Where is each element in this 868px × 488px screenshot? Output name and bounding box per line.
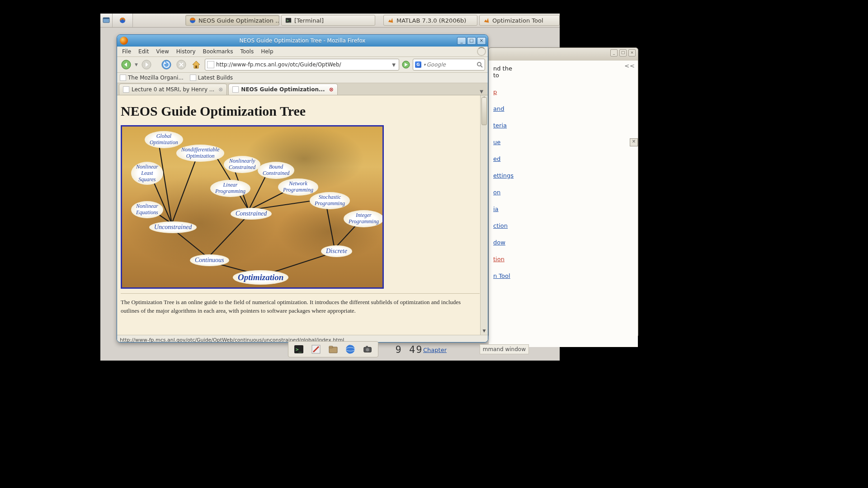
svg-rect-39 <box>366 346 368 348</box>
tree-node-global[interactable]: GlobalOptimization <box>145 131 183 148</box>
tab-close-icon[interactable]: ⊗ <box>218 86 223 93</box>
bgwin-link[interactable]: dow <box>493 239 633 246</box>
bgwin-link[interactable]: p <box>493 89 633 95</box>
svg-line-29 <box>172 151 199 224</box>
taskbar-entry-opttool[interactable]: Optimization Tool <box>479 15 560 26</box>
vertical-scrollbar[interactable]: ▲ ▼ <box>480 95 488 335</box>
page-icon <box>123 86 129 93</box>
menu-edit[interactable]: Edit <box>135 47 152 56</box>
svg-point-38 <box>366 348 369 351</box>
tab-lecture[interactable]: Lecture 0 at MSRI, by Henry ... ⊗ <box>119 84 227 95</box>
tree-node-linear[interactable]: LinearProgramming <box>210 180 250 197</box>
tab-close-icon[interactable]: ⊗ <box>329 86 334 93</box>
forward-button[interactable] <box>140 58 153 71</box>
tree-node-nle[interactable]: NonlinearEquations <box>131 201 163 218</box>
firefox-launcher[interactable] <box>113 14 133 27</box>
engine-dropdown-icon[interactable]: ▾ <box>423 62 427 67</box>
tree-node-continuous[interactable]: Continuous <box>190 254 229 266</box>
tray-editor-icon[interactable] <box>310 343 322 355</box>
collapse-icon[interactable]: << <box>624 62 635 69</box>
menu-history[interactable]: History <box>173 47 199 56</box>
svg-rect-11 <box>195 66 197 68</box>
menu-bookmarks[interactable]: Bookmarks <box>200 47 236 56</box>
close-button[interactable]: × <box>477 37 486 45</box>
bgwin-link[interactable]: n Tool <box>493 272 633 279</box>
panel-close-icon[interactable]: × <box>630 138 638 146</box>
bookmark-item[interactable]: The Mozilla Organi... <box>120 75 184 81</box>
tray-files-icon[interactable] <box>327 343 339 355</box>
maximize-button[interactable]: □ <box>619 49 627 56</box>
taskbar-entry-label: MATLAB 7.3.0 (R2006b) <box>396 17 466 24</box>
search-input[interactable]: G▾ Google <box>413 59 485 70</box>
tray-browser-icon[interactable] <box>344 343 356 355</box>
page-icon <box>120 75 126 81</box>
bgwin-link[interactable]: ettings <box>493 172 633 179</box>
tray-camera-icon[interactable] <box>362 343 373 355</box>
tree-node-integer[interactable]: IntegerProgramming <box>344 210 384 227</box>
showdesktop-button[interactable] <box>100 14 113 27</box>
taskbar-entry-label: Optimization Tool <box>492 17 543 24</box>
maximize-button[interactable]: □ <box>467 37 476 45</box>
close-button[interactable]: × <box>628 49 636 56</box>
optimization-tree-image[interactable]: Optimization Continuous Discrete Unconst… <box>121 125 384 289</box>
back-dropdown-icon[interactable]: ▼ <box>135 62 138 67</box>
bookmark-item[interactable]: Latest Builds <box>190 75 233 81</box>
tree-node-network[interactable]: NetworkProgramming <box>278 178 318 196</box>
scroll-down-icon[interactable]: ▼ <box>481 328 488 335</box>
bgwin-link[interactable]: on <box>493 189 633 196</box>
tree-node-constrained[interactable]: Constrained <box>231 208 272 220</box>
go-button[interactable] <box>401 60 410 69</box>
url-dropdown-icon[interactable]: ▼ <box>391 62 397 67</box>
taskbar-entry-firefox[interactable]: NEOS Guide Optimization ... <box>185 15 279 26</box>
bookmark-label: Latest Builds <box>198 75 233 81</box>
scroll-thumb[interactable] <box>481 97 487 125</box>
back-button[interactable] <box>120 58 132 71</box>
taskbar-entry-label: NEOS Guide Optimization ... <box>198 17 279 24</box>
search-placeholder: Google <box>427 61 446 68</box>
menu-help[interactable]: Help <box>258 47 276 56</box>
tab-label: NEOS Guide Optimization... <box>241 86 325 93</box>
page-viewport[interactable]: ▲ ▼ NEOS Guide Optimization Tree <box>117 95 488 335</box>
bgwin-link[interactable]: ction <box>493 222 633 229</box>
tree-node-stochastic[interactable]: StochasticProgramming <box>310 192 350 209</box>
background-window[interactable]: _ □ × << nd the to p and teria ue ed ett… <box>488 47 638 338</box>
minimize-button[interactable]: _ <box>610 49 618 56</box>
menubar: File Edit View History Bookmarks Tools H… <box>117 47 488 57</box>
home-button[interactable] <box>190 58 203 71</box>
bgwin-link[interactable]: ed <box>493 155 633 162</box>
search-icon[interactable] <box>476 61 483 68</box>
bgwin-link[interactable]: ia <box>493 206 633 212</box>
url-input[interactable]: http://www-fp.mcs.anl.gov/otc/Guide/OptW… <box>205 59 399 70</box>
taskbar-entry-terminal[interactable]: >_ [Terminal] <box>281 15 375 26</box>
menu-tools[interactable]: Tools <box>237 47 257 56</box>
tray-group: >_ <box>288 341 378 357</box>
tree-node-root[interactable]: Optimization <box>233 270 288 285</box>
url-text: http://www-fp.mcs.anl.gov/otc/Guide/OptW… <box>216 61 341 68</box>
tree-node-nondiff[interactable]: NondifferentiableOptimization <box>176 145 224 162</box>
bgwin-link[interactable]: ue <box>493 139 633 145</box>
taskbar-entries: NEOS Guide Optimization ... >_ [Terminal… <box>183 14 560 27</box>
bgwin-text: nd the <box>493 65 633 72</box>
stop-button[interactable] <box>175 58 188 71</box>
tree-node-unconstrained[interactable]: Unconstrained <box>149 221 197 233</box>
tab-label: Lecture 0 at MSRI, by Henry ... <box>132 86 214 93</box>
tab-neos[interactable]: NEOS Guide Optimization... ⊗ <box>228 84 337 95</box>
minimize-button[interactable]: _ <box>457 37 466 45</box>
tree-node-nls[interactable]: NonlinearLeastSquares <box>131 162 163 185</box>
menu-view[interactable]: View <box>153 47 172 56</box>
tree-node-bound[interactable]: BoundConstrained <box>258 162 294 179</box>
bgwin-link[interactable]: and <box>493 105 633 112</box>
tray-terminal-icon[interactable]: >_ <box>293 343 305 355</box>
bookmarks-toolbar: The Mozilla Organi... Latest Builds <box>117 73 488 83</box>
bgwin-link[interactable]: tion <box>493 256 633 263</box>
tabs-overflow-icon[interactable]: ▼ <box>477 89 486 95</box>
tree-node-discrete[interactable]: Discrete <box>321 245 352 257</box>
menu-file[interactable]: File <box>119 47 134 56</box>
bgwin-titlebar: _ □ × <box>489 48 638 61</box>
tree-node-nonlinconstr[interactable]: NonlinearlyConstrained <box>224 156 260 173</box>
tray-chapter-link[interactable]: Chapter <box>423 347 447 353</box>
bgwin-link[interactable]: teria <box>493 122 633 129</box>
titlebar[interactable]: NEOS Guide Optimization Tree - Mozilla F… <box>117 35 488 47</box>
taskbar-entry-matlab[interactable]: MATLAB 7.3.0 (R2006b) <box>383 15 477 26</box>
reload-button[interactable] <box>160 58 173 71</box>
